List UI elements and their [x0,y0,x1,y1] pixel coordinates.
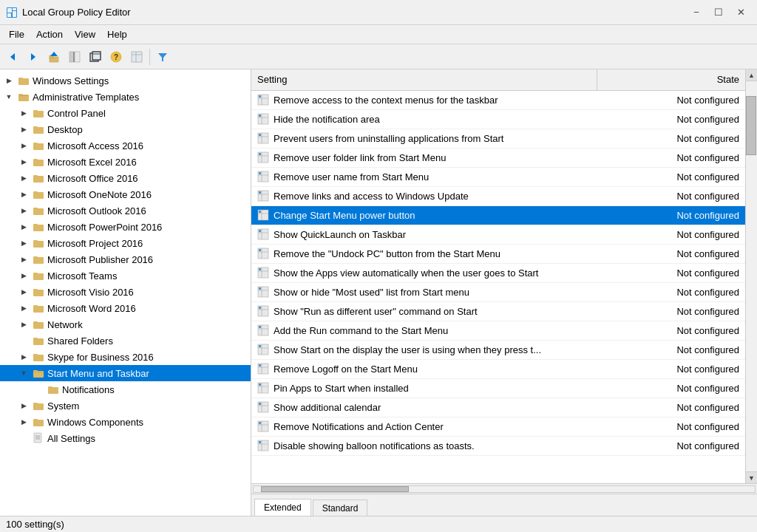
right-pane: Setting State Remove access to the conte… [251,69,757,516]
maximize-button[interactable]: ☐ [708,4,729,21]
tree-item-windows-settings[interactable]: ▶ Windows Settings [0,72,251,89]
setting-cell: Remove access to the context menus for t… [251,90,597,109]
table-row[interactable]: Change Start Menu power buttonNot config… [251,205,745,225]
setting-cell: Prevent users from uninstalling applicat… [251,129,597,148]
menu-file[interactable]: File [3,27,30,41]
table-row[interactable]: Remove user name from Start MenuNot conf… [251,167,745,186]
up-button[interactable] [44,47,64,66]
policy-icon [257,286,269,298]
tree-item-administrative-templates[interactable]: ▼ Administrative Templates [0,89,251,105]
folder-icon [33,205,44,216]
tree-item-all-settings[interactable]: ▶ All Settings [0,430,251,446]
status-text: 100 setting(s) [6,519,64,530]
tree-item-ms-powerpoint[interactable]: ▶ Microsoft PowerPoint 2016 [0,219,251,235]
new-window-button[interactable] [86,47,105,66]
state-cell: Not configured [597,436,745,455]
tree-item-start-menu[interactable]: ▼ Start Menu and Taskbar [0,365,251,381]
setting-text: Remove user folder link from Start Menu [274,152,446,163]
tree-item-desktop[interactable]: ▶ Desktop [0,121,251,137]
svg-rect-123 [259,326,261,328]
tree-item-network[interactable]: ▶ Network [0,316,251,332]
table-row[interactable]: Show or hide "Most used" list from Start… [251,282,745,301]
table-row[interactable]: Remove Notifications and Action CenterNo… [251,417,745,436]
table-row[interactable]: Show QuickLaunch on TaskbarNot configure… [251,225,745,244]
hscroll-thumb[interactable] [261,486,409,492]
expander-icon: ▶ [18,270,30,282]
tree-item-ms-excel[interactable]: ▶ Microsoft Excel 2016 [0,154,251,170]
table-row[interactable]: Remove Logoff on the Start MenuNot confi… [251,359,745,378]
tree-item-system[interactable]: ▶ System [0,398,251,414]
tree-item-ms-publisher[interactable]: ▶ Microsoft Publisher 2016 [0,251,251,267]
settings-table: Setting State Remove access to the conte… [251,69,745,483]
tree-label: Microsoft Access 2016 [47,140,143,151]
svg-rect-28 [33,110,38,112]
expander-icon: ▶ [18,107,30,119]
svg-rect-46 [33,256,38,259]
svg-rect-32 [33,143,38,145]
svg-rect-103 [259,230,261,232]
close-button[interactable]: ✕ [730,4,751,21]
policy-icon [257,382,269,394]
setting-text: Remove user name from Start Menu [274,171,429,183]
table-row[interactable]: Remove access to the context menus for t… [251,90,745,109]
table-row[interactable]: Remove user folder link from Start MenuN… [251,148,745,167]
folder-icon [33,400,44,412]
folder-icon [33,107,44,119]
tree-item-notifications[interactable]: ▶ Notifications [0,381,251,398]
menu-help[interactable]: Help [101,27,133,41]
menu-view[interactable]: View [69,27,101,41]
app-icon [6,7,18,18]
tree-item-ms-access[interactable]: ▶ Microsoft Access 2016 [0,137,251,154]
extended-view-button[interactable] [127,47,146,66]
tree-item-ms-onenote[interactable]: ▶ Microsoft OneNote 2016 [0,186,251,202]
scroll-down-button[interactable]: ▼ [746,471,757,483]
help-button[interactable]: ? [106,47,126,66]
svg-text:?: ? [114,53,118,61]
table-row[interactable]: Remove the "Undock PC" button from the S… [251,244,745,263]
svg-rect-99 [259,211,261,213]
tab-standard[interactable]: Standard [313,499,368,516]
table-row[interactable]: Show the Apps view automatically when th… [251,263,745,282]
scroll-up-button[interactable]: ▲ [746,69,757,81]
show-hide-button[interactable] [65,47,84,66]
back-button[interactable] [3,47,22,66]
table-row[interactable]: Show "Run as different user" command on … [251,301,745,321]
tree-item-shared-folders[interactable]: ▶ Shared Folders [0,332,251,349]
setting-cell: Show Start on the display the user is us… [251,340,597,359]
tree-item-ms-visio[interactable]: ▶ Microsoft Visio 2016 [0,284,251,300]
forward-button[interactable] [24,47,43,66]
svg-rect-79 [259,115,261,117]
folder-icon [33,253,44,265]
svg-rect-75 [259,95,261,98]
expander-icon: ▶ [18,416,30,428]
svg-rect-119 [259,307,261,309]
table-row[interactable]: Remove links and access to Windows Updat… [251,186,745,205]
tree-item-ms-teams[interactable]: ▶ Microsoft Teams [0,267,251,284]
table-row[interactable]: Show additional calendarNot configured [251,398,745,417]
table-row[interactable]: Hide the notification areaNot configured [251,109,745,129]
table-row[interactable]: Disable showing balloon notifications as… [251,436,745,455]
table-row[interactable]: Pin Apps to Start when installedNot conf… [251,378,745,398]
minimize-button[interactable]: − [686,4,707,21]
tab-extended[interactable]: Extended [254,499,311,516]
svg-marker-21 [158,53,167,61]
table-row[interactable]: Add the Run command to the Start MenuNot… [251,321,745,340]
svg-marker-9 [50,52,58,56]
tree-item-ms-outlook[interactable]: ▶ Microsoft Outlook 2016 [0,202,251,219]
tree-item-windows-components[interactable]: ▶ Windows Components [0,414,251,430]
tree-label: Microsoft OneNote 2016 [47,189,152,200]
tree-item-ms-word[interactable]: ▶ Microsoft Word 2016 [0,300,251,316]
tree-item-ms-project[interactable]: ▶ Microsoft Project 2016 [0,235,251,251]
svg-rect-61 [34,372,43,372]
table-row[interactable]: Show Start on the display the user is us… [251,340,745,359]
tree-item-ms-office[interactable]: ▶ Microsoft Office 2016 [0,170,251,186]
setting-text: Show additional calendar [274,402,381,413]
setting-cell: Show or hide "Most used" list from Start… [251,282,597,301]
table-row[interactable]: Prevent users from uninstalling applicat… [251,129,745,148]
menu-action[interactable]: Action [30,27,69,41]
setting-cell: Remove links and access to Windows Updat… [251,186,597,205]
filter-button[interactable] [153,47,172,66]
tree-item-skype[interactable]: ▶ Skype for Business 2016 [0,349,251,365]
tree-item-control-panel[interactable]: ▶ Control Panel [0,105,251,121]
scroll-thumb[interactable] [746,96,756,155]
